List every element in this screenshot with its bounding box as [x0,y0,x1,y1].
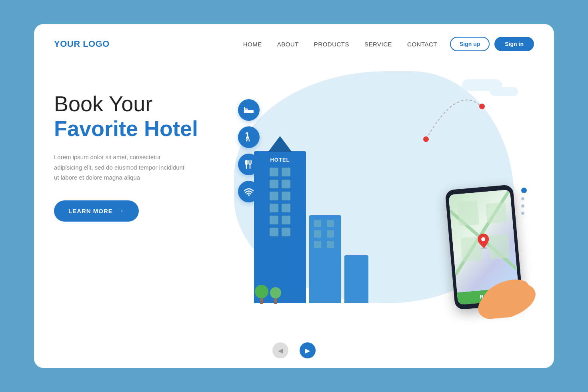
inactive-dot[interactable] [521,204,524,208]
svg-point-11 [248,194,250,196]
hero-description: Lorem ipsum dolor sit amet, consectetur … [54,152,190,183]
hero-illustration: HOTEL [222,67,534,335]
hotel-label: HOTEL [270,157,290,163]
nav-about[interactable]: ABOUT [277,41,299,48]
inactive-dot[interactable] [521,212,524,215]
window [327,220,334,227]
window [282,168,290,176]
window [270,216,278,224]
small-building [309,215,341,303]
window [282,216,290,224]
svg-line-8 [249,140,250,141]
nav-home[interactable]: HOME [243,41,262,48]
phone-illustration: BOOK [445,184,523,310]
bottom-navigation: ◀ ▶ [272,342,316,358]
feature-shower-icon [238,126,260,148]
cloud-2 [490,87,518,96]
logo: YOUR LOGO [54,39,110,49]
window [270,192,278,200]
learn-more-label: LEARN MORE [68,208,113,214]
learn-more-arrow: → [117,207,124,215]
main-building: HOTEL [254,151,306,303]
buildings: HOTEL [254,151,368,303]
svg-point-0 [423,136,429,142]
svg-line-6 [246,140,247,141]
nav-products[interactable]: PRODUCTS [314,41,349,48]
next-arrow-button[interactable]: ▶ [300,342,316,358]
tree-1 [255,285,268,304]
map-pin-svg [477,233,490,249]
svg-point-1 [479,104,485,109]
window [314,220,321,227]
tree-top [255,285,268,298]
window [270,168,278,176]
tree-trunk [260,298,263,304]
svg-rect-14 [457,200,479,226]
feature-wifi-icon [238,181,260,202]
window [282,180,290,188]
tiny-building [344,255,368,303]
window [282,192,290,200]
window [282,228,290,236]
prev-arrow-button[interactable]: ◀ [272,342,288,358]
nav-service[interactable]: SERVICE [364,41,392,48]
header: YOUR LOGO HOME ABOUT PRODUCTS SERVICE CO… [34,24,554,59]
building-roof [268,136,292,152]
tree-trunk [274,298,277,304]
learn-more-button[interactable]: LEARN MORE → [54,200,139,222]
svg-rect-4 [244,107,245,113]
next-arrow-icon: ▶ [305,347,310,354]
feature-icons [238,99,260,202]
window [327,241,334,248]
inactive-dot[interactable] [521,197,524,200]
signin-button[interactable]: Sign in [494,37,534,51]
feature-dining-icon [238,154,260,175]
dotted-arc-svg [394,75,494,147]
window [314,241,321,248]
main-content: Book Your Favorite Hotel Lorem ipsum dol… [34,59,554,347]
window [282,204,290,212]
svg-rect-15 [486,202,507,224]
tree-2 [270,287,281,304]
feature-bed-icon [238,99,260,121]
prev-arrow-icon: ◀ [278,347,283,354]
main-card: YOUR LOGO HOME ABOUT PRODUCTS SERVICE CO… [34,24,554,368]
hand-svg [472,267,540,320]
hero-left: Book Your Favorite Hotel Lorem ipsum dol… [54,67,222,335]
window [270,204,278,212]
window [314,230,321,238]
window [270,180,278,188]
pagination-dots [521,188,527,215]
navigation: HOME ABOUT PRODUCTS SERVICE CONTACT [243,41,437,48]
signup-button[interactable]: Sign up [450,37,490,51]
svg-rect-17 [488,234,510,260]
window [327,230,334,238]
window [270,228,278,236]
building-windows [263,168,297,236]
tree-top [270,287,281,298]
hero-title-line2: Favorite Hotel [54,116,222,141]
hero-title-line1: Book Your [54,91,222,116]
active-dot[interactable] [521,188,527,193]
nav-contact[interactable]: CONTACT [407,41,437,48]
